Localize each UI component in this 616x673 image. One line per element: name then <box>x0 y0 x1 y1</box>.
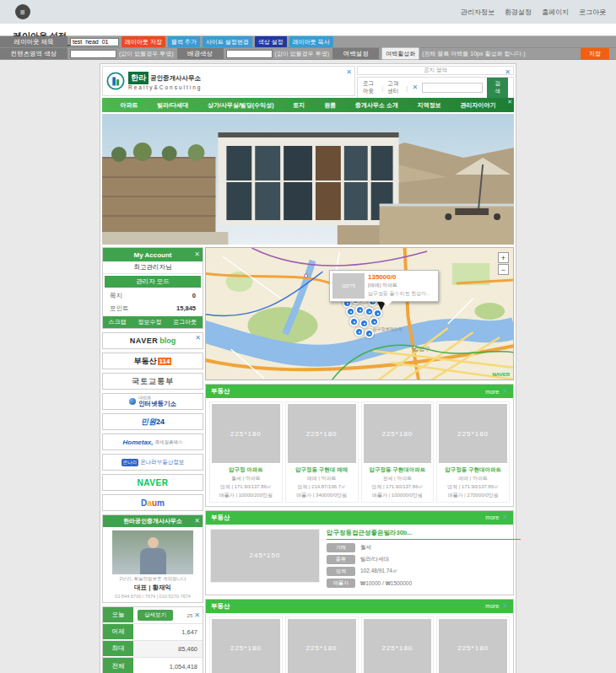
daum-logo: D <box>141 498 147 508</box>
bg-color-input[interactable] <box>226 50 273 58</box>
save-button[interactable]: 저장 <box>581 48 609 60</box>
separator: | <box>407 85 408 91</box>
map-popup[interactable]: 100*75 135000/0 [매매] 아파트 압구정동 올수리된 한강아..… <box>329 270 439 302</box>
banner-naver[interactable]: NAVER <box>102 474 203 491</box>
listing-card[interactable]: 225*180 압구정 로데오 중심상권 상... 임대 | 상가 면적 | 4… <box>361 616 435 673</box>
popup-price: 135000/0 <box>368 273 430 281</box>
map-marker[interactable] <box>349 317 359 326</box>
listing-card[interactable]: 225*180 저평가된 입지좋은 건물임 매매 | 건물 면적 | 1200/… <box>436 616 510 673</box>
title-bar: 레이아웃 설정 <box>0 24 616 36</box>
nav-item-apartment[interactable]: 아파트 <box>120 101 138 110</box>
card-placeholder: 225*180 <box>288 404 356 463</box>
detail-view-button[interactable]: 상세보기 <box>138 610 173 621</box>
save-layout-button[interactable]: 레이아웃 저장 <box>122 36 165 47</box>
content-color-label: 컨텐츠영역 색상 <box>0 48 68 59</box>
nav-item-villa[interactable]: 빌라/다세대 <box>157 101 188 110</box>
feature-title[interactable]: 압구정동접근성좋은빌라30b... <box>327 529 521 540</box>
feature-card[interactable]: 245*150 압구정동접근성좋은빌라30b... 거래 월세 종류 빌라/다세… <box>206 525 513 595</box>
admin-mode-button[interactable]: 관리자 모드 <box>105 276 201 288</box>
site-settings-button[interactable]: 사이트 설정변경 <box>203 36 252 47</box>
close-icon[interactable]: ✕ <box>413 84 419 91</box>
agent-card: 한라공인중개사사무소 ✕ 2년간, 확실한정보로 계약합니다 대표 | 황재익 … <box>102 514 203 603</box>
molit-logo: 국토교통부 <box>132 376 174 387</box>
section-title: 부동산 <box>211 514 230 522</box>
banner-molit[interactable]: 국토교통부 <box>102 373 203 390</box>
map-marker[interactable] <box>346 307 355 316</box>
listing-card[interactable]: 225*180 시세보다3억저렴한로얄아파트 전세 | 아파트 면적 | 171… <box>285 616 359 673</box>
close-icon[interactable]: ✕ <box>194 518 200 525</box>
map-marker[interactable] <box>365 329 374 338</box>
edit-info-link[interactable]: 정보수정 <box>138 318 161 326</box>
banner-onnara[interactable]: 온나라 온나라부동산정보 <box>102 454 203 471</box>
close-icon[interactable]: ✕ <box>502 603 508 610</box>
naver-blog-logo-b: blog <box>159 336 176 345</box>
card-line: 매물가 | 10000/200만원 <box>212 491 280 499</box>
main-nav: 아파트 빌라/다세대 상가/사무실/빌딩(수익성) 토지 원룸 중개사무소 소개… <box>102 98 514 112</box>
layout-title-input[interactable] <box>70 38 119 46</box>
site-logout-link[interactable]: 로그아웃 <box>363 80 378 95</box>
search-button[interactable]: 검색 <box>487 78 508 98</box>
nav-item-commercial[interactable]: 상가/사무실/빌딩(수익성) <box>208 101 274 110</box>
banner-minwon24[interactable]: 민원 24 <box>102 413 203 430</box>
close-icon[interactable]: ✕ <box>502 514 508 521</box>
menu-icon[interactable]: ≡ <box>15 4 30 19</box>
banner-daum[interactable]: D a u m <box>102 494 203 511</box>
nav-item-local-info[interactable]: 지역정보 <box>418 101 441 110</box>
content-color-hint: (값이 없을경우 투명) <box>119 50 174 58</box>
listing-card[interactable]: 225*180 압구정역4번출구앞병원등임대 임대 | 건물 면적 | 195/… <box>209 616 283 673</box>
notice-label: 공지 영역 <box>424 67 447 74</box>
close-icon[interactable]: ✕ <box>502 388 508 395</box>
map-marker[interactable] <box>359 319 369 328</box>
banner-budongsan114[interactable]: 부동산 114 <box>102 353 203 369</box>
budongsan114-logo-b: 114 <box>158 358 172 365</box>
content-color-input[interactable] <box>70 50 116 58</box>
stats-row-max: 최대 85,460 <box>103 641 203 658</box>
zoom-out-button[interactable]: − <box>498 264 509 275</box>
site-logo[interactable]: 한라 공인중개사사무소 Realty&Consulting ✕ <box>102 66 355 96</box>
more-link[interactable]: more <box>485 514 499 520</box>
banner-iros[interactable]: 대법원 인터넷등기소 <box>102 393 203 410</box>
env-settings-link[interactable]: 환경설정 <box>505 8 532 17</box>
close-icon[interactable]: ✕ <box>505 69 511 76</box>
map-marker[interactable] <box>354 327 364 336</box>
homepage-link[interactable]: 홈페이지 <box>542 8 569 17</box>
logout-link[interactable]: 로그아웃 <box>579 8 606 17</box>
map-marker[interactable] <box>355 305 365 315</box>
banner-hometax[interactable]: Hometax, 국세청홈택스 <box>102 433 203 450</box>
more-link[interactable]: more <box>485 389 499 395</box>
card-title: 압구정 아파트 <box>212 466 280 474</box>
account-logout-link[interactable]: 로그아웃 <box>173 318 197 326</box>
close-icon[interactable]: ✕ <box>194 251 200 258</box>
feature-value: ₩10000 / ₩1500000 <box>360 580 412 586</box>
map[interactable]: 강남구 압구정로데오역 100*75 <box>205 247 514 380</box>
close-icon[interactable]: ✕ <box>194 612 200 619</box>
margin-toggle-button[interactable]: 여백활성화 <box>381 47 419 60</box>
stats-value: 1,054,418 <box>133 663 203 670</box>
scrap-link[interactable]: 스크랩 <box>109 318 127 326</box>
close-icon[interactable]: ✕ <box>346 69 352 76</box>
nav-item-office-intro[interactable]: 중개사무소 소개 <box>355 101 398 110</box>
stats-value: 1,647 <box>133 628 203 636</box>
listing-card[interactable]: 225*180 압구정동 구현대아파트 전세 | 아파트 면적 | 171.90… <box>361 401 435 503</box>
banner-naver-blog[interactable]: NAVER blog ✕ <box>102 332 203 349</box>
more-link[interactable]: more <box>485 603 499 609</box>
nav-item-land[interactable]: 토지 <box>293 101 305 110</box>
admin-info-link[interactable]: 관리자정보 <box>461 8 494 17</box>
nav-item-oneroom[interactable]: 원룸 <box>324 101 336 110</box>
copy-layout-button[interactable]: 레이아웃 복사 <box>289 36 333 47</box>
search-input[interactable] <box>422 83 483 93</box>
add-block-button[interactable]: 블럭 추가 <box>168 36 200 47</box>
close-icon[interactable]: ✕ <box>507 99 512 105</box>
close-icon[interactable]: ✕ <box>195 335 201 342</box>
messages-value: 0 <box>192 292 196 299</box>
listing-section-2: 부동산 more ✕ 245*150 압구정동접근성좋은빌라30b... 거래 … <box>205 510 514 595</box>
listing-card[interactable]: 225*180 압구정 아파트 월세 | 아파트 면적 | 171.90/137… <box>209 401 283 503</box>
customer-center-link[interactable]: 고객센터 <box>387 80 403 95</box>
nav-item-admin-story[interactable]: 관리자이야기 <box>461 101 496 110</box>
listing-card[interactable]: 225*180 압구정동 구현대아파트 매매 | 아파트 면적 | 171.90… <box>436 401 510 503</box>
minwon24-logo-b: 24 <box>156 417 165 426</box>
color-settings-button[interactable]: 색상 설정 <box>255 36 287 47</box>
map-marker[interactable] <box>370 317 379 326</box>
zoom-in-button[interactable]: + <box>498 252 509 263</box>
listing-card[interactable]: 225*180 압구정동 구현대 매매 매매 | 아파트 면적 | 214.87… <box>285 401 359 503</box>
